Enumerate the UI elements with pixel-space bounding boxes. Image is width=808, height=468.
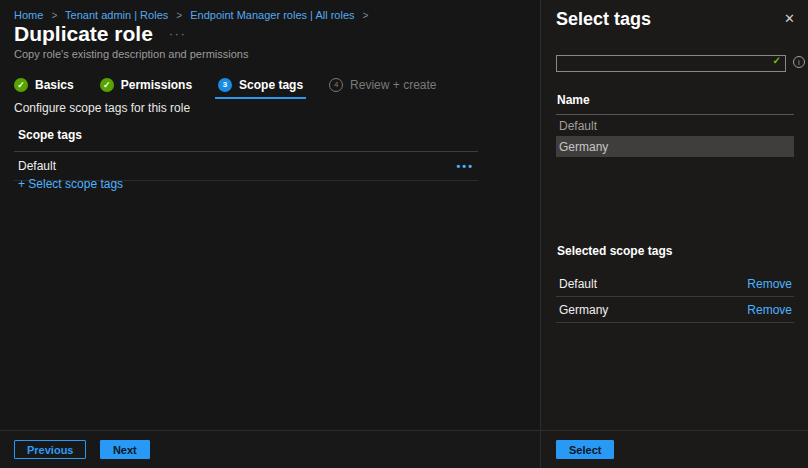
next-button[interactable]: Next [100,440,150,459]
selected-tag-name: Germany [559,303,608,317]
selected-tag-row: Default Remove [556,271,794,297]
step-number-icon: 4 [329,78,343,92]
step-label: Review + create [350,78,436,92]
select-button[interactable]: Select [556,440,614,459]
selected-tag-row: Germany Remove [556,297,794,323]
wizard-footer: Previous Next [0,430,540,468]
breadcrumb-endpoint-roles-link[interactable]: Endpoint Manager roles | All roles [190,9,354,21]
step-label: Basics [35,78,74,92]
remove-default-link[interactable]: Remove [747,277,792,291]
breadcrumb-home-link[interactable]: Home [14,9,43,21]
tag-list: Name Default Germany [556,93,794,157]
title-overflow-menu-icon[interactable]: ··· [169,27,187,41]
breadcrumb-tenant-admin-link[interactable]: Tenant admin | Roles [65,9,168,21]
info-icon[interactable]: i [793,56,805,68]
scope-tag-name: Default [18,159,56,173]
tag-search-row: ✓ i [556,53,805,72]
row-context-menu-icon[interactable]: ••• [456,162,474,170]
step-label: Permissions [121,78,192,92]
step-label: Scope tags [239,78,303,92]
step-complete-check-icon: ✓ [100,78,114,92]
panel-footer: Select [541,430,808,468]
page-title: Duplicate role [14,22,153,46]
select-scope-tags-link[interactable]: + Select scope tags [18,177,123,191]
step-permissions[interactable]: ✓ Permissions [100,78,192,92]
step-scope-tags[interactable]: 3 Scope tags [218,78,303,92]
remove-germany-link[interactable]: Remove [747,303,792,317]
step-number-icon: 3 [218,78,232,92]
step-review-create[interactable]: 4 Review + create [329,78,436,92]
page-title-row: Duplicate role ··· [14,22,187,46]
tag-list-name-header: Name [556,93,794,115]
select-tags-panel: Select tags ✕ ✓ i Name Default Germany S… [540,0,808,468]
selected-scope-tags-heading: Selected scope tags [556,244,794,258]
scope-tags-table: Scope tags Default ••• [14,124,478,181]
breadcrumb-separator: > [363,10,369,21]
selected-tag-name: Default [559,277,597,291]
wizard-steps: ✓ Basics ✓ Permissions 3 Scope tags 4 Re… [14,75,436,95]
selected-scope-tags-section: Selected scope tags Default Remove Germa… [556,244,794,323]
breadcrumb-separator: > [176,10,182,21]
tag-list-item-germany[interactable]: Germany [556,136,794,157]
page-subtitle: Copy role's existing description and per… [14,48,248,60]
main-content: Home > Tenant admin | Roles > Endpoint M… [0,0,540,468]
close-icon[interactable]: ✕ [784,12,795,25]
tag-search-input[interactable] [556,55,786,72]
panel-title: Select tags [556,9,651,30]
duplicate-role-screen: Home > Tenant admin | Roles > Endpoint M… [0,0,808,468]
breadcrumb: Home > Tenant admin | Roles > Endpoint M… [14,9,373,21]
scope-tags-column-header: Scope tags [14,124,478,152]
tag-list-item-default[interactable]: Default [556,115,794,136]
breadcrumb-separator: > [51,10,57,21]
step-basics[interactable]: ✓ Basics [14,78,74,92]
previous-button[interactable]: Previous [14,440,86,459]
configure-instruction: Configure scope tags for this role [14,101,190,115]
step-complete-check-icon: ✓ [14,78,28,92]
